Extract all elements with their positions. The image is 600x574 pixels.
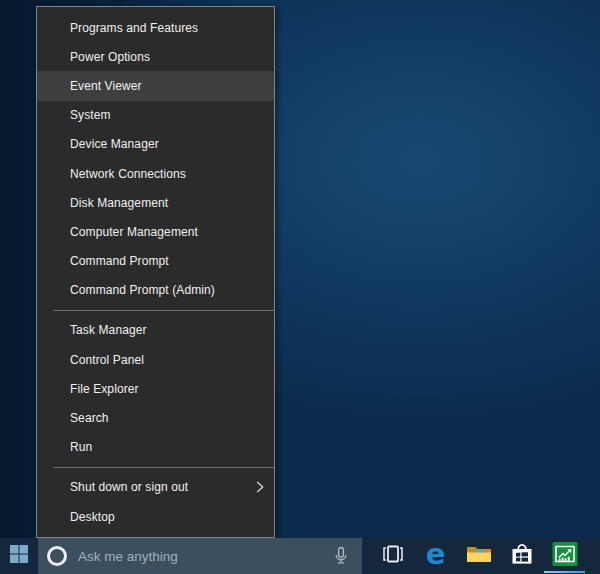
menu-item-network-connections[interactable]: Network Connections	[37, 159, 274, 188]
cortana-ring-icon	[47, 546, 67, 566]
menu-item-label: System	[70, 108, 111, 122]
menu-item-command-prompt[interactable]: Command Prompt	[37, 247, 274, 276]
store-button[interactable]	[500, 538, 543, 574]
menu-item-label: Command Prompt (Admin)	[70, 283, 215, 297]
menu-item-label: Run	[70, 440, 92, 454]
menu-item-label: Network Connections	[70, 167, 186, 181]
menu-separator	[53, 467, 274, 468]
menu-item-label: Computer Management	[70, 225, 198, 239]
cortana-search-box[interactable]: Ask me anything	[38, 538, 362, 574]
menu-item-task-manager[interactable]: Task Manager	[37, 316, 274, 345]
menu-item-label: File Explorer	[70, 382, 139, 396]
menu-item-label: Desktop	[70, 510, 115, 524]
start-button[interactable]	[0, 538, 38, 574]
menu-item-search[interactable]: Search	[37, 403, 274, 432]
task-view-button[interactable]	[371, 538, 414, 574]
menu-item-label: Device Manager	[70, 137, 159, 151]
menu-item-label: Shut down or sign out	[70, 480, 188, 494]
windows-logo-icon	[10, 545, 28, 567]
money-chart-icon	[552, 541, 578, 571]
menu-item-file-explorer[interactable]: File Explorer	[37, 374, 274, 403]
menu-separator	[53, 310, 274, 311]
file-explorer-button[interactable]	[457, 538, 500, 574]
search-placeholder: Ask me anything	[78, 549, 178, 564]
edge-browser-button[interactable]: e	[414, 538, 457, 574]
menu-item-command-prompt-admin[interactable]: Command Prompt (Admin)	[37, 276, 274, 305]
menu-item-label: Event Viewer	[70, 79, 142, 93]
menu-item-run[interactable]: Run	[37, 433, 274, 462]
store-bag-icon	[510, 543, 534, 569]
menu-item-label: Control Panel	[70, 353, 144, 367]
microphone-icon[interactable]	[334, 547, 348, 566]
menu-item-desktop[interactable]: Desktop	[37, 502, 274, 531]
menu-item-programs-and-features[interactable]: Programs and Features	[37, 13, 274, 42]
menu-item-label: Disk Management	[70, 196, 168, 210]
winx-power-user-menu: Programs and Features Power Options Even…	[36, 6, 275, 538]
menu-item-device-manager[interactable]: Device Manager	[37, 130, 274, 159]
menu-item-computer-management[interactable]: Computer Management	[37, 217, 274, 246]
folder-icon	[466, 544, 492, 568]
menu-item-label: Programs and Features	[70, 21, 198, 35]
menu-item-control-panel[interactable]: Control Panel	[37, 345, 274, 374]
menu-item-label: Command Prompt	[70, 254, 169, 268]
menu-item-system[interactable]: System	[37, 101, 274, 130]
menu-item-event-viewer[interactable]: Event Viewer	[37, 71, 274, 100]
chevron-right-icon	[256, 481, 264, 493]
task-view-icon	[381, 545, 405, 567]
menu-item-shut-down-or-sign-out[interactable]: Shut down or sign out	[37, 473, 274, 502]
menu-item-label: Search	[70, 411, 109, 425]
menu-item-label: Task Manager	[70, 323, 147, 337]
taskbar-icons: e	[371, 538, 586, 574]
menu-item-power-options[interactable]: Power Options	[37, 42, 274, 71]
taskbar: Ask me anything e	[0, 538, 600, 574]
menu-item-label: Power Options	[70, 50, 150, 64]
money-app-button[interactable]	[543, 538, 586, 574]
edge-icon: e	[426, 540, 446, 569]
menu-item-disk-management[interactable]: Disk Management	[37, 188, 274, 217]
